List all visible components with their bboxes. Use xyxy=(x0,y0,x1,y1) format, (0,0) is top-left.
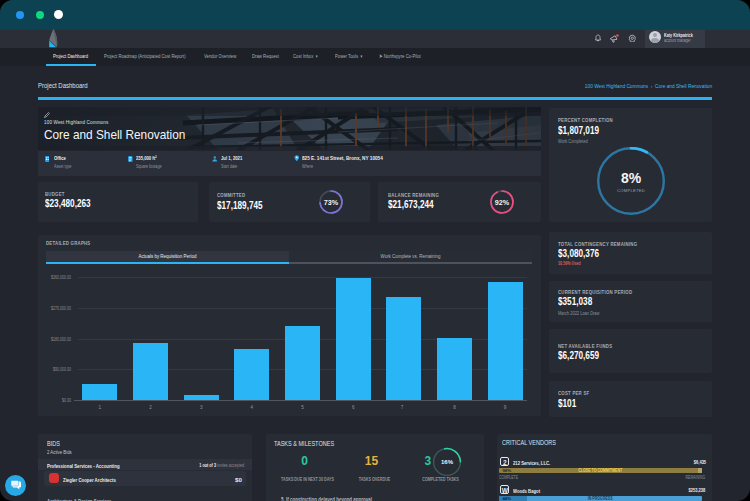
svg-text:16%: 16% xyxy=(441,460,454,466)
svg-text:COMPLETED: COMPLETED xyxy=(617,188,645,193)
svg-text:92%: 92% xyxy=(495,198,510,207)
svg-text:8%: 8% xyxy=(621,170,642,186)
svg-text:73%: 73% xyxy=(324,198,339,207)
